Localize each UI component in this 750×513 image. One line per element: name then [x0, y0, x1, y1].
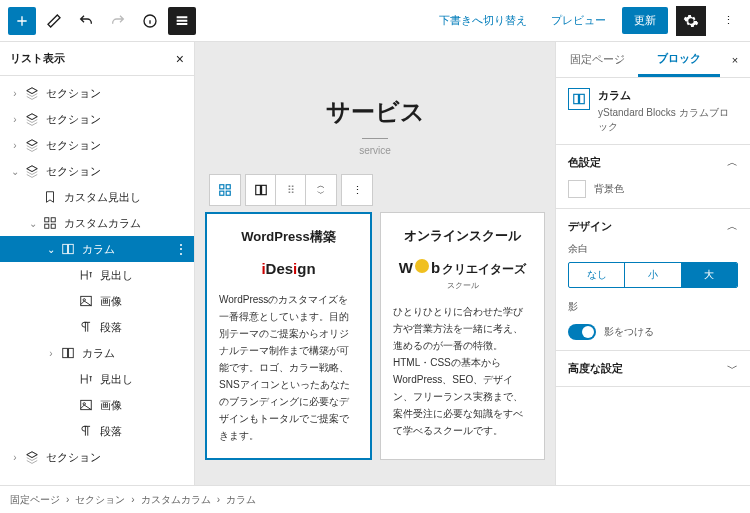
column-button[interactable] [246, 175, 276, 205]
tree-item[interactable]: 段落⋮ [0, 418, 194, 444]
card-title: オンラインスクール [393, 227, 532, 245]
top-toolbar: 下書きへ切り替え プレビュー 更新 ⋮ [0, 0, 750, 42]
tree-label: 画像 [100, 294, 122, 309]
tree-item[interactable]: ⌄セクション⋮ [0, 158, 194, 184]
editor-canvas: サービス service ⠿ ︿﹀ ⋮ WordPress構築 iDesign … [195, 42, 555, 485]
column-icon [60, 241, 76, 257]
tree-label: カスタム見出し [64, 190, 141, 205]
para-icon [78, 319, 94, 335]
design-panel: デザイン︿ 余白 なし 小 大 影 影をつける [556, 209, 750, 351]
breadcrumb-item[interactable]: カラム [226, 493, 256, 507]
block-tree: ›セクション⋮›セクション⋮›セクション⋮⌄セクション⋮カスタム見出し⋮⌄カスタ… [0, 76, 194, 485]
tree-label: カラム [82, 346, 115, 361]
tree-item[interactable]: カスタム見出し⋮ [0, 184, 194, 210]
chevron-icon: ⌄ [42, 244, 60, 255]
tree-label: セクション [46, 112, 101, 127]
color-panel-head[interactable]: 色設定︿ [568, 155, 738, 170]
layers-icon [24, 449, 40, 465]
svg-rect-5 [63, 244, 68, 253]
column-2[interactable]: オンラインスクール Wbクリエイターズ スクール ひとりひとりに合わせた学び方や… [380, 212, 545, 460]
preview-button[interactable]: プレビュー [543, 7, 614, 34]
tree-label: カスタムカラム [64, 216, 141, 231]
toolbar-left [8, 7, 196, 35]
item-more-icon[interactable]: ⋮ [174, 241, 188, 257]
svg-rect-10 [69, 348, 74, 357]
seg-small[interactable]: 小 [625, 263, 681, 287]
settings-tabs: 固定ページ ブロック × [556, 42, 750, 78]
tree-item[interactable]: ›セクション⋮ [0, 106, 194, 132]
settings-button[interactable] [676, 6, 706, 36]
breadcrumb: 固定ページ›セクション›カスタムカラム›カラム [0, 485, 750, 513]
tree-label: セクション [46, 138, 101, 153]
sidebar-close[interactable]: × [720, 42, 750, 77]
block-type-button[interactable] [210, 175, 240, 205]
list-view-close[interactable]: × [176, 51, 184, 67]
bg-color-row[interactable]: 背景色 [568, 180, 738, 198]
undo-button[interactable] [72, 7, 100, 35]
chevron-icon: ⌄ [24, 218, 42, 229]
breadcrumb-sep: › [131, 494, 134, 505]
tree-item[interactable]: 見出し⋮ [0, 262, 194, 288]
tree-item[interactable]: 画像⋮ [0, 288, 194, 314]
svg-rect-16 [226, 191, 230, 195]
svg-rect-18 [261, 185, 266, 194]
breadcrumb-item[interactable]: セクション [75, 493, 125, 507]
move-buttons[interactable]: ︿﹀ [306, 175, 336, 205]
svg-rect-20 [580, 94, 585, 103]
redo-button[interactable] [104, 7, 132, 35]
svg-rect-2 [51, 218, 55, 222]
breadcrumb-item[interactable]: 固定ページ [10, 493, 60, 507]
tree-label: 見出し [100, 268, 133, 283]
switch-draft-button[interactable]: 下書きへ切り替え [431, 7, 535, 34]
tree-item[interactable]: ⌄カスタムカラム⋮ [0, 210, 194, 236]
block-name: カラム [598, 88, 738, 103]
svg-rect-4 [51, 224, 55, 228]
seg-none[interactable]: なし [569, 263, 625, 287]
breadcrumb-item[interactable]: カスタムカラム [141, 493, 211, 507]
color-panel: 色設定︿ 背景色 [556, 145, 750, 209]
info-button[interactable] [136, 7, 164, 35]
list-view-toggle[interactable] [168, 7, 196, 35]
layers-icon [24, 137, 40, 153]
seg-large[interactable]: 大 [682, 263, 737, 287]
page-title-text: サービス [205, 96, 545, 128]
shadow-toggle[interactable] [568, 324, 596, 340]
list-view-title: リスト表示 [10, 51, 65, 66]
margin-segmented: なし 小 大 [568, 262, 738, 288]
design-panel-head[interactable]: デザイン︿ [568, 219, 738, 234]
chevron-icon: ⌄ [6, 166, 24, 177]
chevron-icon: › [42, 348, 60, 359]
tree-item[interactable]: 画像⋮ [0, 392, 194, 418]
svg-rect-1 [45, 218, 49, 222]
layers-icon [24, 85, 40, 101]
grid-icon [42, 215, 58, 231]
edit-icon[interactable] [40, 7, 68, 35]
more-menu-button[interactable]: ⋮ [714, 7, 742, 35]
chevron-icon: › [6, 88, 24, 99]
advanced-panel-head[interactable]: 高度な設定﹀ [568, 361, 738, 376]
tab-page[interactable]: 固定ページ [556, 42, 638, 77]
update-button[interactable]: 更新 [622, 7, 668, 34]
tree-label: 見出し [100, 372, 133, 387]
column-1[interactable]: WordPress構築 iDesign WordPressのカスタマイズを一番得… [205, 212, 372, 460]
tree-label: セクション [46, 164, 101, 179]
tree-item[interactable]: 見出し⋮ [0, 366, 194, 392]
tree-item[interactable]: ›カラム⋮ [0, 340, 194, 366]
tree-item[interactable]: ›セクション⋮ [0, 132, 194, 158]
shadow-label: 影 [568, 300, 738, 314]
page-subtitle: service [205, 145, 545, 156]
tree-item[interactable]: ⌄カラム⋮ [0, 236, 194, 262]
tree-label: 画像 [100, 398, 122, 413]
advanced-panel: 高度な設定﹀ [556, 351, 750, 387]
block-more-button[interactable]: ⋮ [342, 175, 372, 205]
bookmark-icon [42, 189, 58, 205]
tab-block[interactable]: ブロック [638, 42, 720, 77]
tree-item[interactable]: ›セクション⋮ [0, 80, 194, 106]
add-block-button[interactable] [8, 7, 36, 35]
tree-item[interactable]: ›セクション⋮ [0, 444, 194, 470]
margin-label: 余白 [568, 242, 738, 256]
svg-rect-13 [220, 185, 224, 189]
tree-item[interactable]: 段落⋮ [0, 314, 194, 340]
logo-sub: スクール [393, 280, 532, 291]
drag-handle[interactable]: ⠿ [276, 175, 306, 205]
